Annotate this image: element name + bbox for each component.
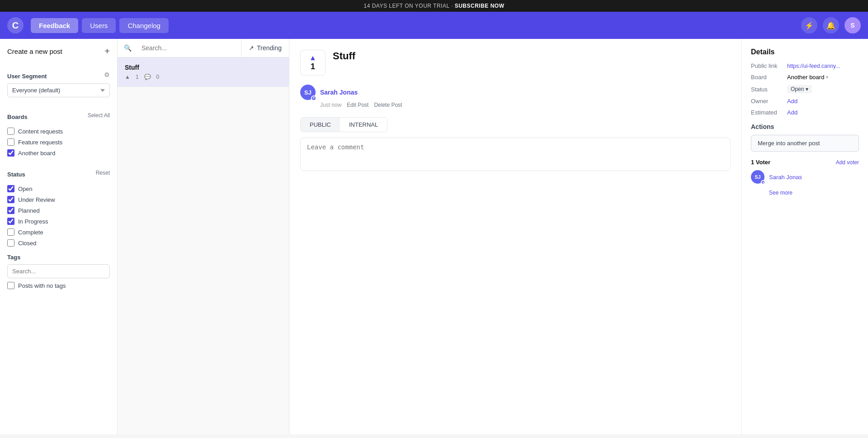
post-meta: Just now Edit Post Delete Post	[320, 102, 731, 108]
post-list-item[interactable]: Stuff ▲ 1 💬 0	[118, 57, 289, 87]
user-avatar[interactable]: S	[844, 17, 861, 33]
status-under-review-checkbox[interactable]	[7, 196, 14, 203]
lightning-icon[interactable]: ⚡	[801, 17, 817, 33]
board-content-requests-label[interactable]: Content requests	[18, 128, 63, 135]
detail-panel: ▲ 1 Stuff SJ ✦ Sarah Jonas Just now Edit…	[289, 39, 741, 434]
status-open-label[interactable]: Open	[18, 186, 33, 192]
nav-users[interactable]: Users	[82, 18, 116, 33]
status-planned-label[interactable]: Planned	[18, 207, 40, 214]
board-another-label[interactable]: Another board	[18, 150, 55, 157]
status-row-label: Status	[751, 86, 787, 93]
topnav-right: ⚡ 🔔 S	[801, 17, 861, 33]
create-post-label: Create a new post	[7, 48, 62, 55]
detail-post-title: Stuff	[333, 50, 355, 63]
estimated-label: Estimated	[751, 109, 787, 116]
vote-count: 1	[136, 74, 139, 80]
board-feature-requests-label[interactable]: Feature requests	[18, 139, 62, 146]
vote-count-display: 1	[311, 62, 315, 71]
tab-internal[interactable]: INTERNAL	[340, 118, 387, 132]
nav-changelog[interactable]: Changelog	[119, 18, 169, 33]
boards-section-header: Boards Select All	[7, 106, 110, 124]
status-planned: Planned	[7, 207, 110, 214]
user-segment-select[interactable]: Everyone (default)	[7, 83, 110, 97]
post-timestamp: Just now	[320, 102, 341, 108]
board-value: Another board	[787, 74, 824, 81]
voters-count-label: 1 Voter	[751, 159, 770, 166]
logo: C	[7, 17, 24, 33]
status-in-progress-label[interactable]: In Progress	[18, 218, 48, 225]
board-another: Another board	[7, 149, 110, 157]
nav-feedback[interactable]: Feedback	[31, 18, 78, 33]
vote-arrow-icon: ▲	[309, 54, 316, 62]
status-open-checkbox[interactable]	[7, 185, 14, 192]
posts-no-tags-checkbox[interactable]	[7, 282, 14, 289]
comment-count: 0	[156, 74, 160, 80]
gear-icon[interactable]: ⚙	[104, 71, 110, 78]
board-feature-requests: Feature requests	[7, 138, 110, 146]
detail-header: ▲ 1 Stuff	[300, 50, 731, 76]
tags-section: Tags Posts with no tags	[7, 254, 110, 289]
board-row: Board Another board ▾	[751, 74, 859, 81]
status-value: Open	[791, 86, 804, 92]
status-closed-label[interactable]: Closed	[18, 240, 36, 247]
select-all-boards-button[interactable]: Select All	[88, 112, 110, 119]
board-feature-requests-checkbox[interactable]	[7, 138, 14, 146]
board-content-requests: Content requests	[7, 128, 110, 135]
delete-post-link[interactable]: Delete Post	[374, 102, 402, 108]
owner-add-link[interactable]: Add	[787, 98, 797, 105]
trending-icon: ↗	[249, 44, 254, 52]
tab-public[interactable]: PUBLIC	[301, 118, 340, 132]
post-list-item-meta: ▲ 1 💬 0	[125, 74, 282, 80]
voter-name[interactable]: Sarah Jonas	[769, 174, 802, 181]
owner-label: Owner	[751, 98, 787, 105]
status-open: Open	[7, 185, 110, 192]
posts-panel: 🔍 ↗ Trending Stuff ▲ 1 💬 0	[118, 39, 289, 434]
author-name[interactable]: Sarah Jonas	[320, 89, 358, 96]
status-in-progress: In Progress	[7, 218, 110, 225]
board-content-requests-checkbox[interactable]	[7, 128, 14, 135]
right-panel: Details Public link https://ui-feed.cann…	[741, 39, 868, 434]
estimated-add-link[interactable]: Add	[787, 109, 797, 116]
public-link-value[interactable]: https://ui-feed.canny...	[787, 63, 840, 69]
bell-icon[interactable]: 🔔	[823, 17, 839, 33]
board-another-checkbox[interactable]	[7, 149, 14, 157]
status-badge[interactable]: Open ▾	[787, 85, 812, 93]
see-more-link[interactable]: See more	[769, 190, 793, 196]
status-label: Status	[7, 171, 25, 178]
board-value-container[interactable]: Another board ▾	[787, 74, 828, 81]
add-voter-link[interactable]: Add voter	[836, 159, 859, 166]
status-section-header: Status Reset	[7, 164, 110, 181]
status-planned-checkbox[interactable]	[7, 207, 14, 214]
vote-box[interactable]: ▲ 1	[300, 50, 326, 76]
status-closed-checkbox[interactable]	[7, 239, 14, 247]
status-complete-label[interactable]: Complete	[18, 229, 43, 236]
status-in-progress-checkbox[interactable]	[7, 218, 14, 225]
actions-title: Actions	[751, 123, 859, 130]
post-author: SJ ✦ Sarah Jonas	[300, 85, 731, 100]
chevron-down-icon: ▾	[826, 75, 828, 80]
topnav: C Feedback Users Changelog ⚡ 🔔 S	[0, 12, 868, 39]
merge-into-post-button[interactable]: Merge into another post	[751, 135, 859, 152]
status-complete-checkbox[interactable]	[7, 229, 14, 236]
create-post-section: Create a new post +	[7, 46, 110, 57]
public-link-row: Public link https://ui-feed.canny...	[751, 62, 859, 69]
user-segment-section: User Segment ⚙	[7, 66, 110, 83]
tags-search-input[interactable]	[7, 264, 110, 278]
public-link-label: Public link	[751, 62, 787, 69]
status-under-review: Under Review	[7, 196, 110, 203]
comment-input[interactable]	[300, 138, 731, 171]
board-label: Board	[751, 74, 787, 81]
status-complete: Complete	[7, 229, 110, 236]
posts-no-tags-label[interactable]: Posts with no tags	[18, 282, 66, 289]
posts-search-input[interactable]	[135, 39, 241, 57]
voters-header: 1 Voter Add voter	[751, 159, 859, 166]
subscribe-link[interactable]: SUBSCRIBE NOW	[455, 3, 505, 9]
posts-toolbar: 🔍 ↗ Trending	[118, 39, 289, 57]
edit-post-link[interactable]: Edit Post	[347, 102, 368, 108]
status-under-review-label[interactable]: Under Review	[18, 196, 55, 203]
create-post-button[interactable]: +	[104, 46, 110, 57]
author-avatar: SJ ✦	[300, 85, 316, 100]
reset-status-button[interactable]: Reset	[96, 170, 110, 176]
author-badge-icon: ✦	[311, 95, 316, 101]
trending-button[interactable]: ↗ Trending	[241, 39, 289, 57]
